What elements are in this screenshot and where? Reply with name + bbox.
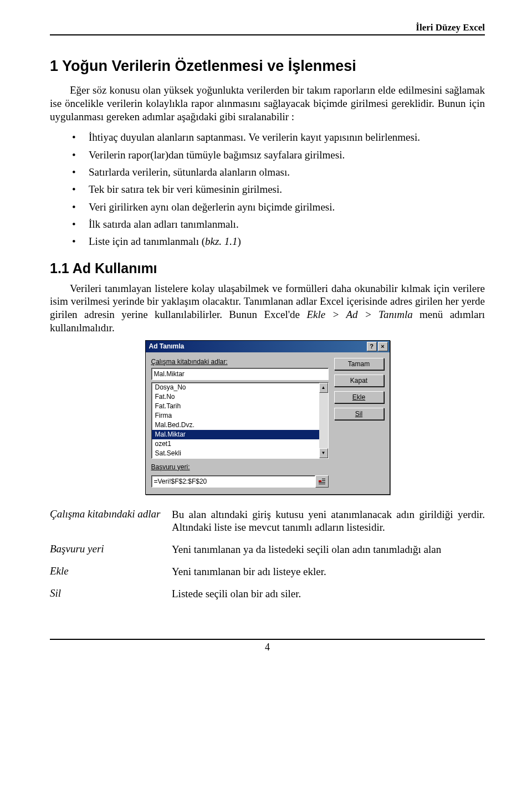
- bullet-item: Liste için ad tanımlanmalı (bkz. 1.1): [50, 233, 485, 250]
- list-item[interactable]: Fat.Tarih: [152, 402, 319, 411]
- header-title: İleri Düzey Excel: [416, 22, 485, 33]
- page-number: 4: [265, 642, 270, 653]
- section-1-title: 1 Yoğun Verilerin Özetlenmesi ve İşlenme…: [50, 58, 485, 75]
- close-button[interactable]: Kapat: [334, 375, 384, 387]
- list-item[interactable]: Firma: [152, 411, 319, 420]
- definition-body: Bu alan altındaki giriş kutusu yeni atan…: [172, 508, 485, 535]
- close-icon[interactable]: ×: [378, 342, 388, 351]
- help-icon[interactable]: ?: [367, 342, 377, 351]
- list-item[interactable]: ozet1: [152, 439, 319, 449]
- scroll-up-icon[interactable]: ▲: [319, 383, 328, 393]
- bullet-item: Verilerin rapor(lar)dan tümüyle bağımsız…: [50, 146, 485, 163]
- definition-row: Başvuru yeriYeni tanımlanan ya da listed…: [50, 543, 485, 556]
- definition-term: Sil: [50, 587, 172, 601]
- bullet-item: İhtiyaç duyulan alanların saptanması. Ve…: [50, 129, 485, 146]
- ok-button[interactable]: Tamam: [334, 358, 384, 370]
- para-menu-path: Ekle > Ad > Tanımla: [306, 309, 412, 320]
- scroll-down-icon[interactable]: ▼: [319, 448, 328, 458]
- ref-label: Başvuru yeri:: [151, 463, 329, 471]
- list-item[interactable]: Fat.No: [152, 392, 319, 402]
- names-label: Çalışma kitabındaki adlar:: [151, 358, 329, 366]
- bullet-item: Satırlarda verilerin, sütunlarda alanlar…: [50, 163, 485, 181]
- list-item[interactable]: Mal.Miktar: [152, 430, 319, 439]
- section-1-1-title: 1.1 Ad Kullanımı: [50, 260, 485, 276]
- definition-term: Ekle: [50, 565, 172, 578]
- listbox-scrollbar[interactable]: ▲ ▼: [319, 383, 328, 458]
- section-1-intro: Eğer söz konusu olan yüksek yoğunlukta v…: [50, 84, 485, 123]
- list-item[interactable]: Mal.Bed.Dvz.: [152, 420, 319, 430]
- bullet-item: İlk satırda alan adları tanımlanmalı.: [50, 216, 485, 233]
- dialog-titlebar[interactable]: Ad Tanımla ? ×: [146, 341, 390, 352]
- bullet-item: Veri girilirken aynı olan değerlerin ayn…: [50, 198, 485, 216]
- definition-term: Çalışma kitabındaki adlar: [50, 508, 172, 535]
- definitions: Çalışma kitabındaki adlarBu alan altında…: [50, 508, 485, 601]
- page-header: İleri Düzey Excel: [50, 22, 485, 35]
- bullet-item: Tek bir satıra tek bir veri kümesinin gi…: [50, 181, 485, 198]
- names-listbox[interactable]: Dosya_NoFat.NoFat.TarihFirmaMal.Bed.Dvz.…: [151, 382, 329, 459]
- delete-button[interactable]: Sil: [334, 408, 384, 420]
- definition-row: EkleYeni tanımlanan bir adı listeye ekle…: [50, 565, 485, 578]
- definition-body: Yeni tanımlanan ya da listedeki seçili o…: [172, 543, 485, 556]
- ref-input-wrap: [151, 475, 315, 488]
- dialog-title: Ad Tanımla: [149, 342, 185, 350]
- range-picker-icon[interactable]: [315, 475, 329, 488]
- definition-body: Yeni tanımlanan bir adı listeye ekler.: [172, 565, 485, 578]
- definition-row: SilListede seçili olan bir adı siler.: [50, 587, 485, 601]
- definition-body: Listede seçili olan bir adı siler.: [172, 587, 485, 601]
- definition-term: Başvuru yeri: [50, 543, 172, 556]
- bullet-last-ref: bkz. 1.1: [205, 235, 238, 247]
- add-button[interactable]: Ekle: [334, 391, 384, 403]
- bullet-last-prefix: Liste için ad tanımlanmalı (: [89, 235, 205, 247]
- bullet-last-suffix: ): [238, 235, 241, 247]
- section-1-bullets: İhtiyaç duyulan alanların saptanması. Ve…: [50, 129, 485, 250]
- ref-input[interactable]: [152, 476, 315, 487]
- definition-row: Çalışma kitabındaki adlarBu alan altında…: [50, 508, 485, 535]
- list-item[interactable]: Sat.Sekli: [152, 449, 319, 458]
- section-1-1-para: Verileri tanımlayan listelere kolay ulaş…: [50, 282, 485, 335]
- define-name-dialog: Ad Tanımla ? × Çalışma kitabındaki adlar…: [145, 340, 390, 495]
- name-input[interactable]: [152, 368, 328, 380]
- list-item[interactable]: Dosya_No: [152, 383, 319, 392]
- name-input-wrap: [151, 368, 329, 380]
- page-footer: 4: [50, 639, 485, 653]
